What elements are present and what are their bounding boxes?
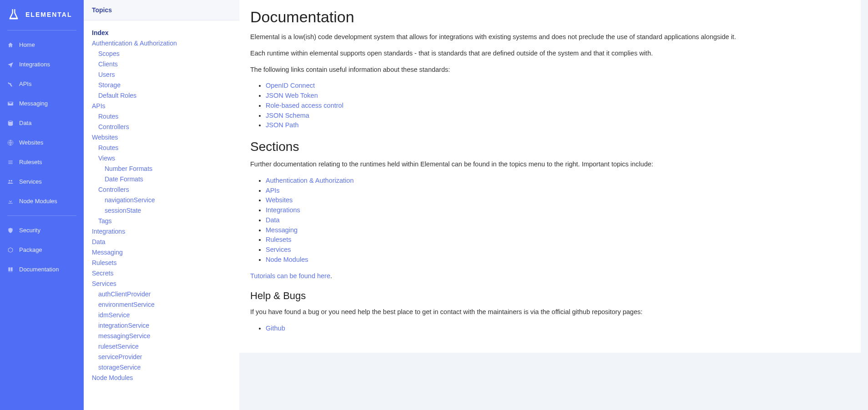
sidebar-item-messaging[interactable]: Messaging	[0, 94, 84, 113]
intro-paragraph-2: Each runtime within elemental supports o…	[250, 49, 850, 59]
topic-link[interactable]: Default Roles	[92, 90, 231, 101]
topic-link[interactable]: Routes	[92, 111, 231, 122]
topic-link[interactable]: authClientProvider	[92, 289, 231, 300]
topic-link[interactable]: Scopes	[92, 49, 231, 59]
list-item: Role-based access control	[266, 101, 850, 111]
topic-link[interactable]: idmService	[92, 310, 231, 320]
database-icon	[7, 120, 14, 126]
list-item: Node Modules	[266, 255, 850, 265]
topics-panel: Topics IndexAuthentication & Authorizati…	[84, 0, 239, 410]
nav-divider	[7, 30, 76, 30]
topic-link[interactable]: messagingService	[92, 331, 231, 341]
home-icon	[7, 42, 14, 48]
sidebar-item-label: Security	[19, 227, 40, 234]
envelope-icon	[7, 100, 14, 107]
list-item: JSON Web Token	[266, 91, 850, 101]
topic-link[interactable]: Tags	[92, 216, 231, 226]
documentation-article: Documentation Elemental is a low(ish) co…	[239, 0, 861, 353]
content-link[interactable]: Authentication & Authorization	[266, 177, 353, 184]
content-link[interactable]: Websites	[266, 196, 293, 204]
download-icon	[7, 198, 14, 205]
sidebar-item-label: Messaging	[19, 100, 48, 107]
list-item: Data	[266, 215, 850, 225]
brand-name: ELEMENTAL	[25, 11, 72, 18]
sidebar-item-label: Websites	[19, 139, 43, 146]
sidebar-item-label: Home	[19, 41, 35, 48]
topic-link[interactable]: Rulesets	[92, 258, 231, 268]
topic-link[interactable]: integrationService	[92, 320, 231, 331]
content-link[interactable]: Data	[266, 216, 280, 224]
sections-text: Further documentation relating to the ru…	[250, 160, 850, 170]
sidebar-item-label: Rulesets	[19, 159, 42, 165]
list-item: Authentication & Authorization	[266, 176, 850, 186]
content-link[interactable]: Integrations	[266, 206, 300, 214]
sidebar-item-label: Services	[19, 178, 42, 185]
sidebar-item-package[interactable]: Package	[0, 240, 84, 260]
topic-link[interactable]: Websites	[92, 132, 231, 143]
sidebar-item-data[interactable]: Data	[0, 113, 84, 133]
help-heading: Help & Bugs	[250, 290, 850, 302]
content-link[interactable]: OpenID Connect	[266, 82, 315, 89]
sidebar-item-home[interactable]: Home	[0, 35, 84, 55]
topic-link[interactable]: Services	[92, 279, 231, 289]
topic-link[interactable]: rulesetService	[92, 341, 231, 352]
sidebar: ELEMENTAL HomeIntegrationsAPIsMessagingD…	[0, 0, 84, 410]
topic-link[interactable]: environmentService	[92, 300, 231, 310]
topic-link[interactable]: Storage	[92, 80, 231, 90]
shield-icon	[7, 227, 14, 234]
list-item: Integrations	[266, 205, 850, 215]
box-icon	[7, 247, 14, 253]
sidebar-item-integrations[interactable]: Integrations	[0, 55, 84, 74]
brand-logo[interactable]: ELEMENTAL	[0, 0, 84, 30]
content-link[interactable]: Node Modules	[266, 256, 308, 263]
topic-link[interactable]: storageService	[92, 362, 231, 373]
topic-link[interactable]: Node Modules	[92, 373, 231, 383]
section-links-list: Authentication & AuthorizationAPIsWebsit…	[250, 176, 850, 265]
topic-link[interactable]: Authentication & Authorization	[92, 38, 231, 49]
topic-link[interactable]: Controllers	[92, 122, 231, 132]
sidebar-item-rulesets[interactable]: Rulesets	[0, 152, 84, 172]
tutorials-link[interactable]: Tutorials can be found here	[250, 272, 330, 280]
content-link[interactable]: JSON Schema	[266, 112, 309, 119]
list-item: JSON Schema	[266, 111, 850, 121]
content-link[interactable]: Rulesets	[266, 236, 291, 243]
topic-link[interactable]: navigationService	[92, 195, 231, 205]
content-link[interactable]: APIs	[266, 187, 280, 194]
topic-link[interactable]: Messaging	[92, 247, 231, 258]
sidebar-item-apis[interactable]: APIs	[0, 74, 84, 94]
topic-link[interactable]: Number Formats	[92, 164, 231, 174]
topic-link[interactable]: Data	[92, 237, 231, 247]
content-wrap: Documentation Elemental is a low(ish) co…	[239, 0, 868, 410]
list-item: Websites	[266, 195, 850, 205]
list-icon	[7, 159, 14, 165]
content-link[interactable]: JSON Path	[266, 121, 299, 129]
sidebar-item-services[interactable]: Services	[0, 172, 84, 191]
topic-link[interactable]: serviceProvider	[92, 352, 231, 362]
sidebar-item-documentation[interactable]: Documentation	[0, 260, 84, 279]
topic-link[interactable]: Clients	[92, 59, 231, 70]
sidebar-item-security[interactable]: Security	[0, 220, 84, 240]
standards-list: OpenID ConnectJSON Web TokenRole-based a…	[250, 81, 850, 130]
sidebar-item-websites[interactable]: Websites	[0, 133, 84, 152]
content-link[interactable]: Role-based access control	[266, 102, 343, 109]
topic-link[interactable]: Routes	[92, 143, 231, 153]
sections-heading: Sections	[250, 140, 850, 154]
globe-icon	[7, 140, 14, 146]
topic-link[interactable]: APIs	[92, 101, 231, 111]
satellite-icon	[7, 81, 14, 87]
topic-link[interactable]: Date Formats	[92, 174, 231, 185]
topic-link[interactable]: Views	[92, 153, 231, 164]
content-link[interactable]: JSON Web Token	[266, 92, 318, 99]
content-link[interactable]: Messaging	[266, 226, 298, 234]
sidebar-item-node-modules[interactable]: Node Modules	[0, 191, 84, 211]
topic-link[interactable]: sessionState	[92, 205, 231, 216]
topic-link[interactable]: Integrations	[92, 226, 231, 237]
topic-link[interactable]: Index	[92, 28, 231, 38]
content-link[interactable]: Github	[266, 325, 285, 332]
topic-link[interactable]: Controllers	[92, 185, 231, 195]
list-item: Github	[266, 324, 850, 334]
sidebar-item-label: Integrations	[19, 61, 50, 68]
topic-link[interactable]: Secrets	[92, 268, 231, 279]
topic-link[interactable]: Users	[92, 70, 231, 80]
content-link[interactable]: Services	[266, 246, 291, 253]
